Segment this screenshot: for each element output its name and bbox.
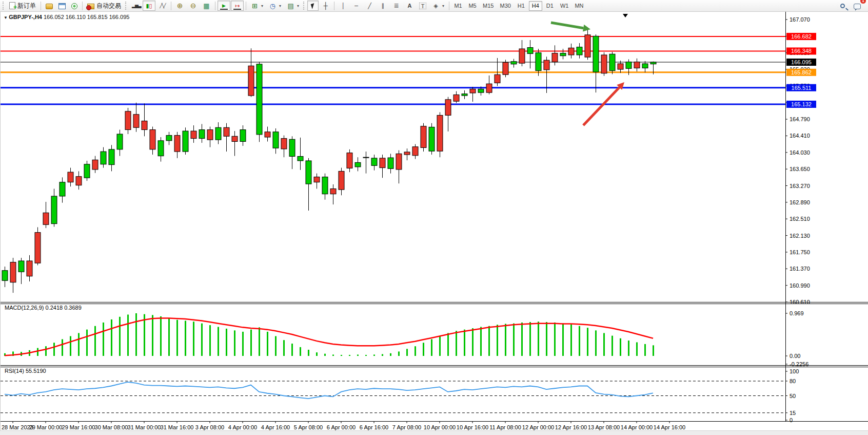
- trendline-button[interactable]: ╱: [363, 1, 376, 11]
- time-axis-label[interactable]: 29 Mar 16:00: [62, 424, 95, 430]
- indicators-button[interactable]: ▤▾: [284, 1, 302, 11]
- candlestick: [289, 139, 295, 156]
- timeframe-button-H1[interactable]: H1: [515, 1, 528, 11]
- new-chart-button[interactable]: ⊞▾: [248, 1, 266, 11]
- crosshair-button[interactable]: ┼: [319, 1, 332, 11]
- search-button[interactable]: [837, 1, 848, 11]
- trend-arrow-green[interactable]: [551, 23, 583, 28]
- candlestick-chart-button[interactable]: ▮▯: [143, 1, 155, 11]
- bar-chart-button[interactable]: ▂▅▃: [129, 1, 142, 11]
- horizontal-line-button[interactable]: ─: [350, 1, 363, 11]
- time-axis-label[interactable]: 10 Apr 00:00: [424, 424, 456, 430]
- candlestick: [76, 177, 82, 185]
- notifications-button[interactable]: 1: [851, 1, 863, 11]
- news-signal-button[interactable]: [69, 1, 80, 11]
- new-order-button[interactable]: 新订单: [7, 1, 38, 11]
- macd-axis-label: 0.969: [790, 310, 804, 316]
- trend-arrow-red[interactable]: [583, 87, 619, 125]
- timeframe-button-H4[interactable]: H4: [529, 1, 542, 11]
- time-axis-label[interactable]: 7 Apr 08:00: [392, 424, 421, 430]
- time-axis-label[interactable]: 28 Mar 2023: [2, 424, 33, 430]
- auto-scroll-button[interactable]: ▶: [218, 1, 230, 11]
- time-axis-label[interactable]: 13 Apr 08:00: [588, 424, 620, 430]
- toolbar-separator: [171, 2, 171, 10]
- time-axis-label[interactable]: 11 Apr 08:00: [489, 424, 521, 430]
- candlestick: [314, 177, 320, 182]
- timeframe-button-D1[interactable]: D1: [543, 1, 557, 11]
- chart-window: 167.070166.690166.310165.930165.550165.1…: [0, 12, 868, 435]
- line-chart-button[interactable]: ╱╲╱: [156, 1, 169, 11]
- zoom-in-button[interactable]: ⊕: [173, 1, 186, 11]
- time-axis-label[interactable]: 14 Apr 00:00: [621, 424, 653, 430]
- toolbar-drag-handle[interactable]: [3, 2, 5, 10]
- time-axis-label[interactable]: 14 Apr 16:00: [654, 424, 685, 430]
- timeframe-button-M1[interactable]: M1: [451, 1, 465, 11]
- candlestick: [503, 62, 508, 74]
- cursor-button[interactable]: [307, 1, 319, 11]
- tile-windows-button[interactable]: ▦: [200, 1, 213, 11]
- timeframe-button-W1[interactable]: W1: [558, 1, 571, 11]
- time-axis-label[interactable]: 29 Mar 00:00: [29, 424, 63, 430]
- trend-arrow-green-head[interactable]: [583, 25, 590, 32]
- new-order-label: 新订单: [17, 2, 36, 10]
- toolbar-drag-handle[interactable]: [303, 2, 305, 10]
- text-tool-button[interactable]: A: [403, 1, 416, 11]
- candlestick: [43, 213, 49, 224]
- candlestick: [232, 136, 238, 141]
- time-axis-label[interactable]: 3 Apr 08:00: [195, 424, 224, 430]
- time-axis-label[interactable]: 12 Apr 00:00: [522, 424, 554, 430]
- period-clock-icon: ◷: [269, 2, 277, 10]
- market-window-button[interactable]: [56, 1, 68, 11]
- time-axis-label[interactable]: 4 Apr 00:00: [228, 424, 257, 430]
- label-tool-button[interactable]: T: [417, 1, 429, 11]
- timeframe-button-M5[interactable]: M5: [466, 1, 479, 11]
- candlestick: [68, 172, 73, 182]
- time-axis-label[interactable]: 5 Apr 08:00: [294, 424, 323, 430]
- chart-shift-marker[interactable]: [623, 14, 628, 17]
- toolbar-separator: [41, 2, 41, 10]
- time-axis-label[interactable]: 4 Apr 16:00: [261, 424, 290, 430]
- chevron-down-icon: ▾: [279, 4, 281, 8]
- toolbar-drag-handle[interactable]: [125, 2, 127, 10]
- timeframe-button-M15[interactable]: M15: [480, 1, 496, 11]
- macd-label: MACD(12,26,9) 0.2418 0.3689: [5, 305, 82, 311]
- shapes-icon: ◈: [432, 2, 440, 10]
- profile-button[interactable]: [43, 1, 55, 11]
- time-axis-label[interactable]: 6 Apr 00:00: [327, 424, 356, 430]
- time-axis-label[interactable]: 10 Apr 16:00: [457, 424, 488, 430]
- fibonacci-button[interactable]: ≣: [390, 1, 403, 11]
- auto-trading-button[interactable]: 自动交易: [85, 1, 124, 11]
- candlestick: [60, 182, 65, 196]
- timeframe-button-MN[interactable]: MN: [572, 1, 586, 11]
- vertical-line-button[interactable]: │: [337, 1, 349, 11]
- time-axis-label[interactable]: 6 Apr 16:00: [360, 424, 388, 430]
- candlestick-icon: ▮▯: [145, 2, 153, 10]
- price-tick-label: 160.610: [790, 299, 810, 305]
- candlestick: [347, 153, 352, 168]
- candlestick: [388, 158, 393, 168]
- time-axis-label[interactable]: 31 Mar 16:00: [161, 424, 194, 430]
- candlestick: [2, 271, 8, 281]
- shapes-button[interactable]: ◈▾: [429, 1, 447, 11]
- auto-trading-label: 自动交易: [96, 2, 121, 10]
- candlestick: [404, 152, 410, 155]
- timeframe-button-M30[interactable]: M30: [497, 1, 513, 11]
- price-tick-label: 163.270: [790, 183, 810, 189]
- candlestick: [191, 131, 196, 138]
- channel-button[interactable]: ∥: [377, 1, 389, 11]
- periods-button[interactable]: ◷▾: [266, 1, 284, 11]
- zoom-out-button[interactable]: ⊖: [187, 1, 200, 11]
- price-chart-canvas[interactable]: 167.070166.690166.310165.930165.550165.1…: [1, 12, 868, 435]
- time-axis-label[interactable]: 12 Apr 16:00: [555, 424, 587, 430]
- zoom-in-icon: ⊕: [176, 2, 184, 10]
- time-axis-label[interactable]: 31 Mar 00:00: [128, 424, 161, 430]
- main-toolbar: 新订单 自动交易 ▂▅▃ ▮▯ ╱╲╱ ⊕ ⊖ ▦ ▶ ↦ ⊞▾ ◷▾ ▤▾ ┼: [0, 0, 868, 12]
- chart-shift-button[interactable]: ↦: [231, 1, 244, 11]
- time-axis-label[interactable]: 30 Mar 08:00: [95, 424, 128, 430]
- rsi-axis-label: 15: [790, 410, 796, 416]
- candlestick: [133, 115, 139, 128]
- candlestick: [125, 111, 131, 130]
- candlestick: [363, 157, 369, 158]
- rsi-label: RSI(14) 55.5190: [5, 368, 46, 374]
- candlestick: [495, 74, 500, 83]
